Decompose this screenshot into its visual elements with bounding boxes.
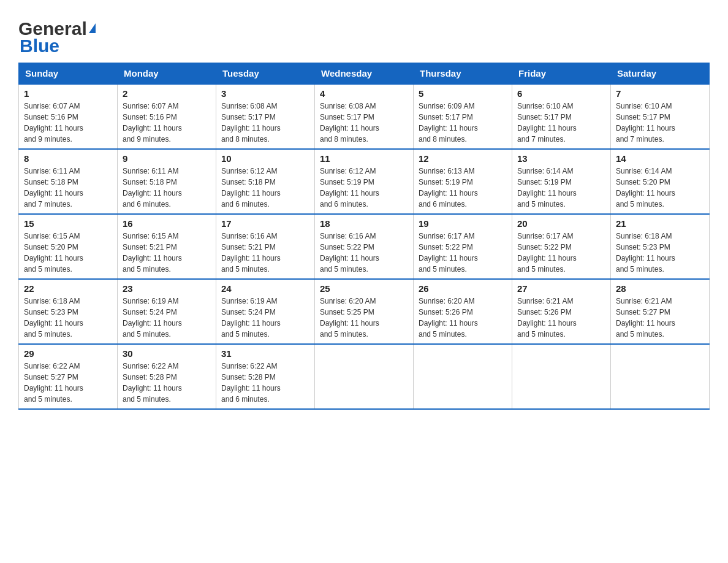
day-info: Sunrise: 6:11 AMSunset: 5:18 PMDaylight:… [123, 166, 211, 210]
day-number: 14 [616, 153, 704, 164]
day-number: 11 [320, 153, 408, 164]
header-thursday: Thursday [414, 63, 512, 85]
calendar-cell: 14Sunrise: 6:14 AMSunset: 5:20 PMDayligh… [611, 149, 710, 214]
day-info: Sunrise: 6:12 AMSunset: 5:18 PMDaylight:… [221, 166, 309, 210]
calendar-cell: 16Sunrise: 6:15 AMSunset: 5:21 PMDayligh… [118, 214, 216, 279]
calendar-cell: 25Sunrise: 6:20 AMSunset: 5:25 PMDayligh… [315, 279, 414, 344]
header-tuesday: Tuesday [216, 63, 315, 85]
calendar-cell: 11Sunrise: 6:12 AMSunset: 5:19 PMDayligh… [315, 149, 414, 214]
logo-triangle-icon [89, 23, 96, 33]
calendar-cell: 3Sunrise: 6:08 AMSunset: 5:17 PMDaylight… [216, 84, 315, 149]
day-info: Sunrise: 6:10 AMSunset: 5:17 PMDaylight:… [517, 101, 605, 145]
header-sunday: Sunday [19, 63, 118, 85]
logo-area: General Blue [18, 18, 96, 56]
day-info: Sunrise: 6:13 AMSunset: 5:19 PMDaylight:… [419, 166, 507, 210]
calendar-cell: 6Sunrise: 6:10 AMSunset: 5:17 PMDaylight… [512, 84, 611, 149]
day-info: Sunrise: 6:07 AMSunset: 5:16 PMDaylight:… [123, 101, 211, 145]
calendar-cell: 22Sunrise: 6:18 AMSunset: 5:23 PMDayligh… [19, 279, 118, 344]
calendar-cell: 28Sunrise: 6:21 AMSunset: 5:27 PMDayligh… [611, 279, 710, 344]
week-row-2: 8Sunrise: 6:11 AMSunset: 5:18 PMDaylight… [19, 149, 710, 214]
day-number: 7 [616, 88, 704, 99]
calendar-cell: 1Sunrise: 6:07 AMSunset: 5:16 PMDaylight… [19, 84, 118, 149]
calendar-cell: 9Sunrise: 6:11 AMSunset: 5:18 PMDaylight… [118, 149, 216, 214]
calendar-cell [611, 344, 710, 409]
header-friday: Friday [512, 63, 611, 85]
calendar-table: SundayMondayTuesdayWednesdayThursdayFrid… [18, 63, 710, 410]
day-number: 20 [517, 218, 605, 229]
day-info: Sunrise: 6:17 AMSunset: 5:22 PMDaylight:… [517, 231, 605, 275]
calendar-cell: 17Sunrise: 6:16 AMSunset: 5:21 PMDayligh… [216, 214, 315, 279]
day-info: Sunrise: 6:10 AMSunset: 5:17 PMDaylight:… [616, 101, 704, 145]
day-info: Sunrise: 6:18 AMSunset: 5:23 PMDaylight:… [24, 296, 112, 340]
calendar-header-row: SundayMondayTuesdayWednesdayThursdayFrid… [19, 63, 710, 85]
day-number: 21 [616, 218, 704, 229]
day-number: 13 [517, 153, 605, 164]
day-number: 8 [24, 153, 112, 164]
day-info: Sunrise: 6:22 AMSunset: 5:28 PMDaylight:… [221, 361, 309, 405]
day-number: 29 [24, 348, 112, 359]
calendar-cell: 20Sunrise: 6:17 AMSunset: 5:22 PMDayligh… [512, 214, 611, 279]
day-info: Sunrise: 6:14 AMSunset: 5:19 PMDaylight:… [517, 166, 605, 210]
calendar-cell: 26Sunrise: 6:20 AMSunset: 5:26 PMDayligh… [414, 279, 512, 344]
day-number: 18 [320, 218, 408, 229]
calendar-cell: 27Sunrise: 6:21 AMSunset: 5:26 PMDayligh… [512, 279, 611, 344]
calendar-cell [512, 344, 611, 409]
calendar-cell: 30Sunrise: 6:22 AMSunset: 5:28 PMDayligh… [118, 344, 216, 409]
day-number: 5 [419, 88, 507, 99]
day-info: Sunrise: 6:17 AMSunset: 5:22 PMDaylight:… [419, 231, 507, 275]
day-info: Sunrise: 6:08 AMSunset: 5:17 PMDaylight:… [320, 101, 408, 145]
calendar-cell: 19Sunrise: 6:17 AMSunset: 5:22 PMDayligh… [414, 214, 512, 279]
calendar-cell: 21Sunrise: 6:18 AMSunset: 5:23 PMDayligh… [611, 214, 710, 279]
day-number: 28 [616, 283, 704, 294]
header-monday: Monday [118, 63, 216, 85]
day-number: 22 [24, 283, 112, 294]
day-info: Sunrise: 6:20 AMSunset: 5:25 PMDaylight:… [320, 296, 408, 340]
calendar-cell: 31Sunrise: 6:22 AMSunset: 5:28 PMDayligh… [216, 344, 315, 409]
calendar-cell: 10Sunrise: 6:12 AMSunset: 5:18 PMDayligh… [216, 149, 315, 214]
day-info: Sunrise: 6:16 AMSunset: 5:21 PMDaylight:… [221, 231, 309, 275]
day-info: Sunrise: 6:22 AMSunset: 5:27 PMDaylight:… [24, 361, 112, 405]
day-info: Sunrise: 6:15 AMSunset: 5:21 PMDaylight:… [123, 231, 211, 275]
day-info: Sunrise: 6:11 AMSunset: 5:18 PMDaylight:… [24, 166, 112, 210]
calendar-cell: 12Sunrise: 6:13 AMSunset: 5:19 PMDayligh… [414, 149, 512, 214]
week-row-3: 15Sunrise: 6:15 AMSunset: 5:20 PMDayligh… [19, 214, 710, 279]
day-number: 31 [221, 348, 309, 359]
day-number: 23 [123, 283, 211, 294]
day-number: 3 [221, 88, 309, 99]
day-info: Sunrise: 6:20 AMSunset: 5:26 PMDaylight:… [419, 296, 507, 340]
calendar-cell [315, 344, 414, 409]
calendar-cell: 5Sunrise: 6:09 AMSunset: 5:17 PMDaylight… [414, 84, 512, 149]
day-info: Sunrise: 6:07 AMSunset: 5:16 PMDaylight:… [24, 101, 112, 145]
day-info: Sunrise: 6:09 AMSunset: 5:17 PMDaylight:… [419, 101, 507, 145]
day-info: Sunrise: 6:15 AMSunset: 5:20 PMDaylight:… [24, 231, 112, 275]
day-number: 24 [221, 283, 309, 294]
calendar-cell: 29Sunrise: 6:22 AMSunset: 5:27 PMDayligh… [19, 344, 118, 409]
calendar-cell: 4Sunrise: 6:08 AMSunset: 5:17 PMDaylight… [315, 84, 414, 149]
week-row-4: 22Sunrise: 6:18 AMSunset: 5:23 PMDayligh… [19, 279, 710, 344]
day-number: 27 [517, 283, 605, 294]
page-header: General Blue [18, 12, 710, 56]
day-number: 4 [320, 88, 408, 99]
day-info: Sunrise: 6:08 AMSunset: 5:17 PMDaylight:… [221, 101, 309, 145]
day-number: 12 [419, 153, 507, 164]
calendar-cell: 7Sunrise: 6:10 AMSunset: 5:17 PMDaylight… [611, 84, 710, 149]
day-number: 10 [221, 153, 309, 164]
header-wednesday: Wednesday [315, 63, 414, 85]
day-number: 17 [221, 218, 309, 229]
day-info: Sunrise: 6:21 AMSunset: 5:26 PMDaylight:… [517, 296, 605, 340]
day-info: Sunrise: 6:21 AMSunset: 5:27 PMDaylight:… [616, 296, 704, 340]
calendar-cell [414, 344, 512, 409]
logo-blue-text: Blue [20, 36, 59, 56]
day-number: 30 [123, 348, 211, 359]
calendar-cell: 2Sunrise: 6:07 AMSunset: 5:16 PMDaylight… [118, 84, 216, 149]
header-saturday: Saturday [611, 63, 710, 85]
calendar-cell: 18Sunrise: 6:16 AMSunset: 5:22 PMDayligh… [315, 214, 414, 279]
day-number: 9 [123, 153, 211, 164]
day-number: 6 [517, 88, 605, 99]
day-info: Sunrise: 6:22 AMSunset: 5:28 PMDaylight:… [123, 361, 211, 405]
day-info: Sunrise: 6:19 AMSunset: 5:24 PMDaylight:… [123, 296, 211, 340]
day-number: 15 [24, 218, 112, 229]
day-number: 25 [320, 283, 408, 294]
day-number: 26 [419, 283, 507, 294]
week-row-5: 29Sunrise: 6:22 AMSunset: 5:27 PMDayligh… [19, 344, 710, 409]
